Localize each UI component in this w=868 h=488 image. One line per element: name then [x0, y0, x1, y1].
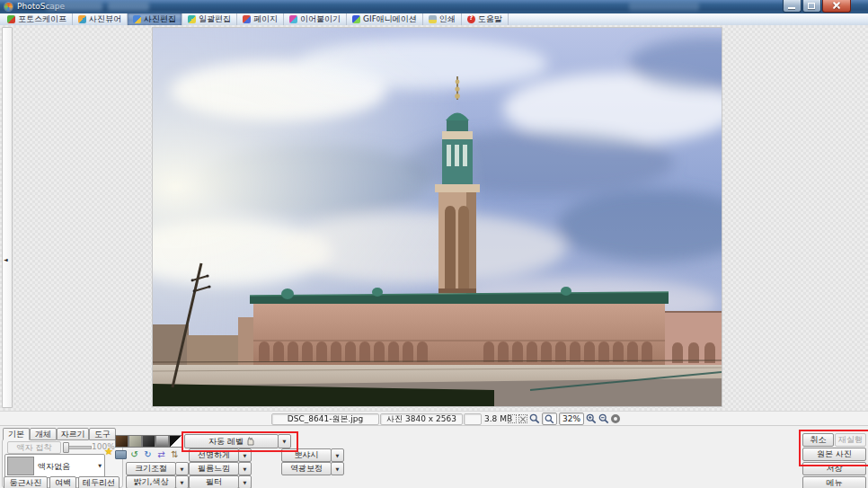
batch-editor-tab-icon: [188, 15, 196, 23]
frame-style-3-icon[interactable]: [142, 435, 155, 448]
panel-tab-tools[interactable]: 도구: [89, 428, 116, 440]
resize-dropdown-arrow[interactable]: [175, 462, 189, 475]
filter-dropdown-arrow[interactable]: [238, 475, 252, 488]
sharpen-dropdown-arrow[interactable]: [238, 448, 252, 462]
tab-photoscape[interactable]: 포토스케이프: [2, 13, 73, 25]
frame-style-5-icon[interactable]: [169, 435, 182, 448]
tab-editor[interactable]: 사진편집: [128, 13, 182, 25]
censored-title-text: [47, 2, 102, 11]
minimize-icon: [788, 7, 795, 9]
frame-style-1-icon[interactable]: [115, 435, 128, 448]
maximize-button[interactable]: [802, 0, 821, 13]
film-effect-button[interactable]: 필름느낌: [189, 462, 239, 475]
zoom-level-value: 32%: [559, 413, 584, 425]
redo-button[interactable]: 재실행: [835, 433, 866, 447]
undo-button[interactable]: 취소: [802, 433, 834, 447]
panel-tab-label: 도구: [94, 429, 111, 440]
brightness-color-dropdown-arrow[interactable]: [175, 475, 189, 488]
window-controls: [782, 0, 851, 13]
rotate-right-icon[interactable]: ↻: [142, 448, 154, 460]
close-button[interactable]: [822, 0, 851, 13]
tab-print[interactable]: 인쇄: [423, 13, 462, 25]
tab-batch-editor[interactable]: 일괄편집: [182, 13, 237, 25]
copy-photo-icon[interactable]: [115, 448, 127, 460]
zoom-mode-pressed[interactable]: [542, 413, 557, 425]
tab-gif-animation[interactable]: GIF애니메이션: [347, 13, 423, 25]
frame-style-2-icon[interactable]: [128, 435, 142, 448]
auto-level-dropdown-arrow[interactable]: [278, 434, 291, 448]
round-photo-button[interactable]: 둥근사진: [4, 476, 48, 488]
frame-select-dropdown[interactable]: 액자없음 ▼: [4, 454, 105, 478]
combine-tab-icon: [289, 15, 297, 23]
auto-level-label: 자동 레벨: [208, 436, 244, 448]
main-tab-bar: 포토스케이프 사진뷰어 사진편집 일괄편집 페이지 이어붙이기 GIF애니메이션…: [0, 13, 868, 26]
chevron-down-icon: ▼: [98, 463, 102, 468]
tab-combine[interactable]: 이어붙이기: [284, 13, 347, 25]
tab-label: GIF애니메이션: [363, 13, 417, 25]
resize-button[interactable]: 크기조절: [126, 462, 176, 475]
panel-tab-label: 기본: [8, 429, 24, 440]
frame-select-value: 액자없음: [38, 461, 70, 473]
page-tab-icon: [243, 15, 251, 23]
menu-button[interactable]: 메뉴: [802, 476, 866, 488]
tab-help[interactable]: 도움말: [462, 13, 509, 25]
zoom-fit-icon[interactable]: [529, 413, 540, 424]
tab-viewer[interactable]: 사진뷰어: [73, 13, 128, 25]
help-tab-icon: [467, 15, 475, 23]
flip-horizontal-icon[interactable]: ⇄: [155, 448, 167, 460]
frame-opacity-slider-handle[interactable]: [63, 442, 69, 453]
frame-style-4-icon[interactable]: [155, 435, 169, 448]
photoscape-tab-icon: [7, 15, 15, 23]
backlight-dropdown-arrow[interactable]: [331, 462, 344, 475]
minimize-button[interactable]: [783, 0, 802, 13]
sidebar-collapse-strip[interactable]: ◄: [2, 27, 13, 408]
bloom-button[interactable]: 뽀샤시: [281, 448, 332, 462]
zoom-in-icon[interactable]: [586, 413, 597, 424]
tab-label: 일괄편집: [199, 13, 231, 25]
mosque-photo-drawing: [153, 28, 722, 406]
panel-tab-label: 자르기: [61, 429, 85, 440]
fit-width-icon[interactable]: [508, 414, 517, 423]
border-line-button[interactable]: 테두리선: [78, 476, 120, 488]
bloom-dropdown-arrow[interactable]: [331, 448, 344, 462]
bottom-tool-panel: 기본 개체 자르기 도구 액자 접착 100% 액자없음 ▼ ★ 둥근사진 여백…: [0, 425, 868, 488]
tab-label: 사진편집: [144, 13, 176, 25]
panel-tab-crop[interactable]: 자르기: [57, 428, 89, 440]
save-button[interactable]: 저장: [802, 462, 866, 475]
editor-tab-icon: [133, 15, 141, 23]
panel-tab-object[interactable]: 개체: [30, 428, 57, 440]
status-bar: DSC_8641-원본.jpg 사진 3840 x 2563 3.8 MB 32…: [0, 411, 868, 426]
tab-label: 사진뷰어: [89, 13, 121, 25]
editor-canvas: ◄: [0, 25, 868, 411]
favorite-star-icon[interactable]: ★: [104, 446, 113, 457]
frame-attach-button[interactable]: 액자 접착: [7, 441, 61, 454]
margin-button[interactable]: 여백: [49, 476, 76, 488]
tab-label: 인쇄: [439, 13, 456, 25]
sharpen-button[interactable]: 선명하게: [189, 448, 239, 462]
tab-label: 이어붙이기: [300, 13, 341, 25]
actual-size-icon[interactable]: [611, 414, 620, 423]
rotate-left-icon[interactable]: ↺: [128, 448, 140, 460]
zoom-controls: 32%: [508, 413, 620, 424]
photoscape-logo-icon: [4, 3, 13, 11]
maximize-icon: [808, 3, 815, 9]
filter-button[interactable]: 필터: [189, 475, 239, 488]
print-tab-icon: [429, 15, 437, 23]
filename-field: DSC_8641-원본.jpg: [271, 413, 379, 425]
viewer-tab-icon: [78, 15, 86, 23]
film-effect-dropdown-arrow[interactable]: [238, 462, 252, 475]
photo-dimensions-field: 사진 3840 x 2563: [380, 413, 463, 425]
zoom-out-icon[interactable]: [598, 413, 609, 424]
original-photo-button[interactable]: 원본 사진: [802, 448, 866, 461]
copy-photo-glyph: [115, 450, 127, 459]
collapse-arrow-icon: ◄: [4, 256, 8, 262]
backlight-button[interactable]: 역광보정: [281, 462, 332, 475]
panel-tab-home[interactable]: 기본: [3, 428, 30, 440]
brightness-color-button[interactable]: 밝기,색상: [126, 475, 176, 488]
flip-vertical-icon[interactable]: ⇅: [169, 448, 181, 460]
auto-level-button[interactable]: 자동 레벨: [184, 434, 279, 448]
fit-window-icon[interactable]: [518, 414, 527, 423]
censored-title-text: [108, 2, 149, 11]
tab-page[interactable]: 페이지: [237, 13, 284, 25]
panel-tab-label: 개체: [35, 429, 51, 440]
